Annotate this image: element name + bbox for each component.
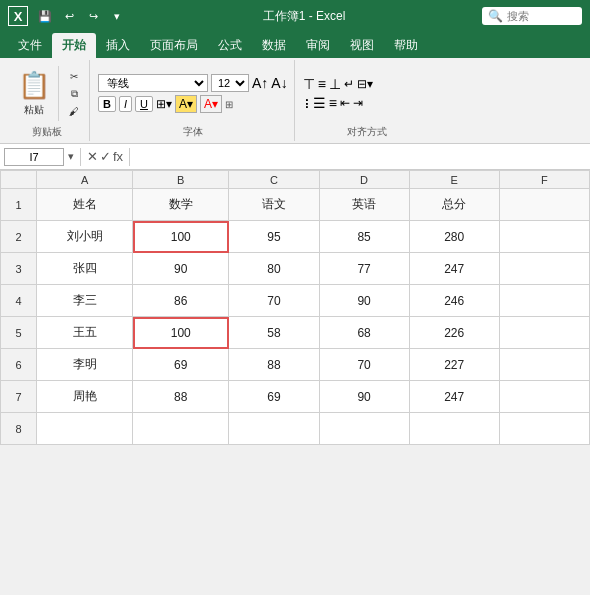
indent-decrease-button[interactable]: ⇤: [340, 96, 350, 110]
tab-page-layout[interactable]: 页面布局: [140, 33, 208, 58]
align-bottom-button[interactable]: ⊥: [329, 76, 341, 92]
cell-8-2[interactable]: [229, 413, 319, 445]
row-header-1[interactable]: 1: [1, 189, 37, 221]
align-top-button[interactable]: ⊤: [303, 76, 315, 92]
cell-3-4[interactable]: 247: [409, 253, 499, 285]
insert-function-button[interactable]: fx: [113, 149, 123, 164]
cell-3-5[interactable]: [499, 253, 589, 285]
cell-8-0[interactable]: [37, 413, 133, 445]
cell-4-3[interactable]: 90: [319, 285, 409, 317]
cell-6-5[interactable]: [499, 349, 589, 381]
col-header-e[interactable]: E: [409, 171, 499, 189]
increase-font-button[interactable]: A↑: [252, 75, 268, 91]
name-box-dropdown[interactable]: ▾: [68, 150, 74, 163]
cell-2-5[interactable]: [499, 221, 589, 253]
cell-3-2[interactable]: 80: [229, 253, 319, 285]
cell-6-0[interactable]: 李明: [37, 349, 133, 381]
col-header-d[interactable]: D: [319, 171, 409, 189]
align-right-button[interactable]: ≡: [329, 95, 337, 111]
cell-1-4[interactable]: 总分: [409, 189, 499, 221]
font-options-button[interactable]: ⊞: [225, 99, 233, 110]
cell-2-3[interactable]: 85: [319, 221, 409, 253]
formula-input[interactable]: [136, 150, 586, 164]
cell-7-3[interactable]: 90: [319, 381, 409, 413]
decrease-font-button[interactable]: A↓: [271, 75, 287, 91]
indent-increase-button[interactable]: ⇥: [353, 96, 363, 110]
wrap-text-button[interactable]: ↵: [344, 77, 354, 91]
col-header-b[interactable]: B: [133, 171, 229, 189]
customize-button[interactable]: ▾: [108, 7, 126, 25]
tab-view[interactable]: 视图: [340, 33, 384, 58]
cell-5-1[interactable]: 100: [133, 317, 229, 349]
font-color-button[interactable]: A▾: [200, 95, 222, 113]
row-header-6[interactable]: 6: [1, 349, 37, 381]
paste-button[interactable]: 📋 粘贴: [10, 66, 59, 121]
cell-7-1[interactable]: 88: [133, 381, 229, 413]
row-header-5[interactable]: 5: [1, 317, 37, 349]
italic-button[interactable]: I: [119, 96, 132, 112]
cancel-formula-button[interactable]: ✕: [87, 149, 98, 164]
row-header-8[interactable]: 8: [1, 413, 37, 445]
cell-7-0[interactable]: 周艳: [37, 381, 133, 413]
cell-8-4[interactable]: [409, 413, 499, 445]
undo-button[interactable]: ↩: [60, 7, 78, 25]
bold-button[interactable]: B: [98, 96, 116, 112]
save-button[interactable]: 💾: [36, 7, 54, 25]
search-box[interactable]: 🔍: [482, 7, 582, 25]
cell-7-2[interactable]: 69: [229, 381, 319, 413]
cell-5-0[interactable]: 王五: [37, 317, 133, 349]
tab-data[interactable]: 数据: [252, 33, 296, 58]
font-select[interactable]: 等线: [98, 74, 208, 92]
cell-5-5[interactable]: [499, 317, 589, 349]
row-header-4[interactable]: 4: [1, 285, 37, 317]
col-header-f[interactable]: F: [499, 171, 589, 189]
border-button[interactable]: ⊞▾: [156, 97, 172, 111]
cell-1-2[interactable]: 语文: [229, 189, 319, 221]
cell-1-5[interactable]: [499, 189, 589, 221]
fill-color-button[interactable]: A▾: [175, 95, 197, 113]
cell-1-0[interactable]: 姓名: [37, 189, 133, 221]
cell-4-0[interactable]: 李三: [37, 285, 133, 317]
cell-6-3[interactable]: 70: [319, 349, 409, 381]
underline-button[interactable]: U: [135, 96, 153, 112]
cell-2-4[interactable]: 280: [409, 221, 499, 253]
cell-8-3[interactable]: [319, 413, 409, 445]
name-box[interactable]: [4, 148, 64, 166]
tab-help[interactable]: 帮助: [384, 33, 428, 58]
cell-4-5[interactable]: [499, 285, 589, 317]
tab-formula[interactable]: 公式: [208, 33, 252, 58]
tab-insert[interactable]: 插入: [96, 33, 140, 58]
cell-3-0[interactable]: 张四: [37, 253, 133, 285]
merge-center-button[interactable]: ⊟▾: [357, 77, 373, 91]
cell-7-4[interactable]: 247: [409, 381, 499, 413]
cell-1-1[interactable]: 数学: [133, 189, 229, 221]
col-header-a[interactable]: A: [37, 171, 133, 189]
cell-6-4[interactable]: 227: [409, 349, 499, 381]
font-size-select[interactable]: 12: [211, 74, 249, 92]
cell-6-2[interactable]: 88: [229, 349, 319, 381]
cell-4-4[interactable]: 246: [409, 285, 499, 317]
cut-button[interactable]: ✂: [65, 69, 83, 84]
row-header-7[interactable]: 7: [1, 381, 37, 413]
copy-button[interactable]: ⧉: [65, 86, 83, 102]
confirm-formula-button[interactable]: ✓: [100, 149, 111, 164]
cell-8-5[interactable]: [499, 413, 589, 445]
tab-file[interactable]: 文件: [8, 33, 52, 58]
cell-1-3[interactable]: 英语: [319, 189, 409, 221]
row-header-3[interactable]: 3: [1, 253, 37, 285]
format-painter-button[interactable]: 🖌: [65, 104, 83, 119]
cell-3-1[interactable]: 90: [133, 253, 229, 285]
redo-button[interactable]: ↪: [84, 7, 102, 25]
row-header-2[interactable]: 2: [1, 221, 37, 253]
cell-8-1[interactable]: [133, 413, 229, 445]
cell-4-2[interactable]: 70: [229, 285, 319, 317]
cell-5-4[interactable]: 226: [409, 317, 499, 349]
cell-5-2[interactable]: 58: [229, 317, 319, 349]
align-center-button[interactable]: ☰: [313, 95, 326, 111]
tab-review[interactable]: 审阅: [296, 33, 340, 58]
search-input[interactable]: [507, 10, 582, 22]
cell-5-3[interactable]: 68: [319, 317, 409, 349]
col-header-c[interactable]: C: [229, 171, 319, 189]
cell-6-1[interactable]: 69: [133, 349, 229, 381]
cell-2-1[interactable]: 100: [133, 221, 229, 253]
